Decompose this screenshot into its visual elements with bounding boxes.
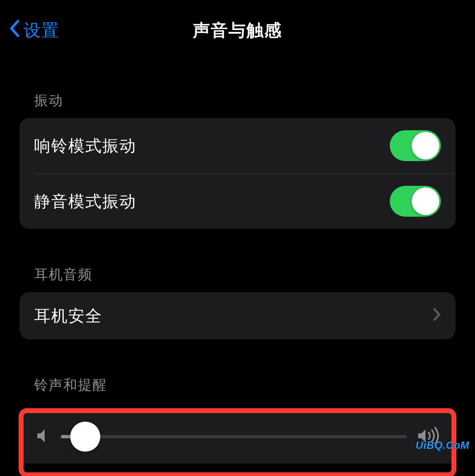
ringer-volume-slider[interactable] xyxy=(61,435,407,438)
chevron-left-icon xyxy=(9,19,20,42)
headphone-safety-label: 耳机安全 xyxy=(34,305,102,327)
silent-vibrate-label: 静音模式振动 xyxy=(34,190,136,213)
ring-vibrate-toggle[interactable] xyxy=(390,130,441,161)
ring-vibrate-label: 响铃模式振动 xyxy=(34,135,136,157)
silent-vibrate-toggle[interactable] xyxy=(390,186,441,217)
headphone-safety-row[interactable]: 耳机安全 xyxy=(19,292,456,339)
back-button[interactable]: 设置 xyxy=(9,19,59,42)
watermark: UiBQ.CoM xyxy=(415,439,469,452)
section-header-headphone: 耳机音频 xyxy=(19,265,456,292)
volume-low-icon xyxy=(36,428,51,446)
nav-bar: 设置 声音与触感 xyxy=(0,0,475,53)
ring-vibrate-row: 响铃模式振动 xyxy=(19,118,456,173)
section-header-ringer: 铃声和提醒 xyxy=(19,376,456,403)
chevron-right-icon xyxy=(433,307,441,325)
silent-vibrate-row: 静音模式振动 xyxy=(19,174,456,229)
toggle-knob xyxy=(412,187,439,215)
ringer-slider-card xyxy=(19,410,456,463)
content: 振动 响铃模式振动 静音模式振动 耳机音频 耳机安全 铃声和提醒 xyxy=(0,91,475,463)
slider-thumb xyxy=(70,422,100,452)
page-title: 声音与触感 xyxy=(193,19,282,42)
headphone-card: 耳机安全 xyxy=(19,292,456,339)
back-label: 设置 xyxy=(24,19,59,42)
toggle-knob xyxy=(412,132,439,159)
ringer-slider-container xyxy=(19,410,456,463)
section-header-vibration: 振动 xyxy=(19,91,456,118)
vibration-card: 响铃模式振动 静音模式振动 xyxy=(19,118,456,229)
